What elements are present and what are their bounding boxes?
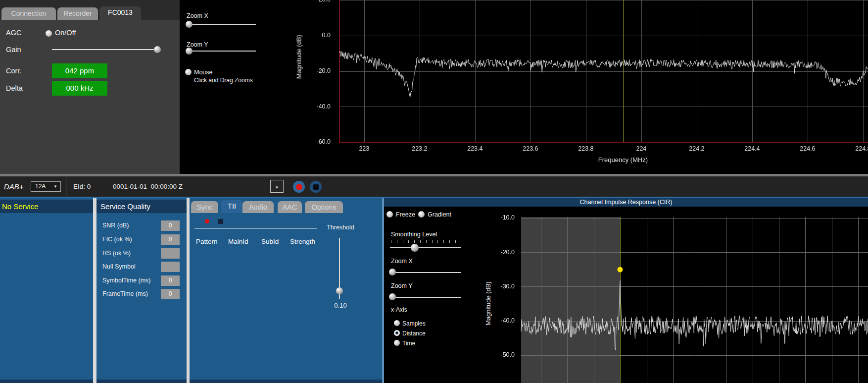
stop-icon <box>313 184 319 190</box>
x-axis-samples-radio[interactable] <box>394 320 400 326</box>
rs-value <box>161 248 180 259</box>
x-axis-distance-label: Distance <box>402 330 426 337</box>
symboltime-label: SymbolTime (ms) <box>102 277 150 284</box>
record-indicator-icon[interactable] <box>205 219 209 223</box>
gain-slider-track[interactable] <box>52 49 159 50</box>
service-list-panel[interactable]: No Service <box>0 198 93 383</box>
corr-value-box: 042 ppm <box>52 63 107 78</box>
dab-mode-label: DAB+ <box>4 176 24 197</box>
smoothing-slider-thumb[interactable] <box>411 244 419 252</box>
record-icon <box>296 184 302 190</box>
chevron-down-icon: ▼ <box>53 182 57 191</box>
cir-title: Channel Impulse Response (CIR) <box>384 198 868 207</box>
column-header-subid: SubId <box>261 238 279 245</box>
spectrum-zoom-x-label: Zoom X <box>187 12 208 19</box>
tab-tii[interactable]: TII <box>221 200 242 213</box>
mouse-zoom-sublabel: Click and Drag Zooms <box>194 77 253 84</box>
spectrum-zoom-x-thumb[interactable] <box>186 21 193 28</box>
tab-recorder[interactable]: Recorder <box>57 7 98 20</box>
x-axis-samples-label: Samples <box>402 320 426 327</box>
service-quality-header: Service Quality <box>96 200 187 213</box>
toolbar-divider <box>66 176 66 197</box>
stop-button[interactable] <box>310 181 322 193</box>
chevron-down-icon: ▼ <box>275 185 279 190</box>
device-panel: Connection Recorder FC0013 AGC On/Off Ga… <box>0 0 180 174</box>
cir-zoom-x-thumb[interactable] <box>389 269 396 275</box>
tab-sync[interactable]: Sync <box>191 201 218 213</box>
channel-select[interactable]: 12A ▼ <box>31 181 61 192</box>
delta-value-box: 000 kHz <box>52 81 107 96</box>
threshold-value: 0.10 <box>326 302 355 309</box>
null-symbol-label: Null Symbol <box>102 263 136 270</box>
mouse-zoom-radio[interactable] <box>185 69 192 75</box>
panel-divider <box>382 198 384 383</box>
null-symbol-value <box>161 262 180 272</box>
application-window: Connection Recorder FC0013 AGC On/Off Ga… <box>0 0 868 383</box>
cir-zoom-y-slider[interactable] <box>390 297 461 298</box>
tab-aac[interactable]: AAC <box>278 201 302 213</box>
symboltime-value: 0 <box>161 275 180 286</box>
threshold-slider-thumb[interactable] <box>336 287 343 294</box>
freeze-radio[interactable] <box>386 211 393 218</box>
column-header-pattern: Pattern <box>196 238 218 245</box>
tab-audio[interactable]: Audio <box>242 201 274 213</box>
spectrum-x-axis-title: Frequency (MHz) <box>588 156 658 164</box>
rs-label: RS (ok %) <box>102 250 131 257</box>
gradient-label: Gradient <box>428 211 451 218</box>
agc-label: AGC <box>6 29 21 37</box>
delta-label: Delta <box>6 84 23 92</box>
ensemble-timestamp: 0001-01-01 00:00:00 Z <box>113 176 183 197</box>
x-axis-time-radio[interactable] <box>394 340 400 346</box>
expand-button[interactable]: ▼ <box>270 180 284 193</box>
x-axis-distance-radio[interactable] <box>394 330 400 336</box>
mouse-zoom-label: Mouse <box>194 69 213 76</box>
frametime-label: FrameTime (ms) <box>102 290 148 297</box>
agc-radio[interactable] <box>46 30 52 37</box>
cir-canvas[interactable] <box>495 211 868 383</box>
x-axis-time-label: Time <box>402 340 415 347</box>
panel-divider <box>93 198 96 383</box>
ensemble-id-value: EId: 0 <box>73 176 91 197</box>
spectrum-zoom-y-thumb[interactable] <box>186 48 193 55</box>
fic-value: 0 <box>161 234 180 245</box>
snr-label: SNR (dB) <box>102 222 129 229</box>
gain-label: Gain <box>6 46 21 54</box>
tab-connection[interactable]: Connection <box>1 7 56 20</box>
record-button[interactable] <box>293 181 305 193</box>
toolbar: DAB+ 12A ▼ EId: 0 0001-01-01 00:00:00 Z … <box>0 176 868 197</box>
cir-zoom-x-slider[interactable] <box>390 272 461 273</box>
gradient-radio[interactable] <box>418 211 425 218</box>
fic-label: FIC (ok %) <box>102 236 132 243</box>
agc-option-label: On/Off <box>55 29 76 37</box>
cir-zoom-y-thumb[interactable] <box>389 293 396 300</box>
spectrum-canvas[interactable] <box>290 0 868 172</box>
stop-indicator-icon[interactable] <box>218 219 223 224</box>
snr-value: 0 <box>161 220 180 231</box>
spectrum-zoom-y-label: Zoom Y <box>187 41 208 48</box>
gain-slider-thumb[interactable] <box>154 46 161 53</box>
smoothing-tick-marks <box>391 240 461 243</box>
x-axis-group-label: x-Axis <box>391 306 407 313</box>
column-header-mainid: MainId <box>228 238 248 245</box>
smoothing-slider-track[interactable] <box>390 247 461 248</box>
toolbar-divider <box>264 176 264 197</box>
spectrum-zoom-y-slider[interactable] <box>186 51 256 52</box>
threshold-label: Threshold <box>323 224 358 231</box>
channel-value: 12A <box>35 182 46 191</box>
cir-panel: Channel Impulse Response (CIR) Freeze Gr… <box>382 198 868 383</box>
cir-zoom-x-label: Zoom X <box>391 258 413 265</box>
cir-zoom-y-label: Zoom Y <box>391 282 413 289</box>
tab-fc0013[interactable]: FC0013 <box>99 6 141 20</box>
divider <box>194 247 321 247</box>
freeze-label: Freeze <box>396 211 415 218</box>
column-header-strength: Strength <box>290 238 315 245</box>
corr-label: Corr. <box>6 67 21 75</box>
frametime-value: 0 <box>161 289 180 299</box>
service-list-header: No Service <box>0 200 93 213</box>
tii-panel: Sync TII Audio AAC Options Pattern MainI… <box>190 198 382 383</box>
divider <box>194 228 317 229</box>
spectrum-zoom-x-slider[interactable] <box>186 24 256 25</box>
cir-y-axis-title: Magnitude (dB) <box>484 264 492 343</box>
tab-options[interactable]: Options <box>305 201 343 213</box>
device-tab-bar: Connection Recorder FC0013 <box>0 0 180 20</box>
